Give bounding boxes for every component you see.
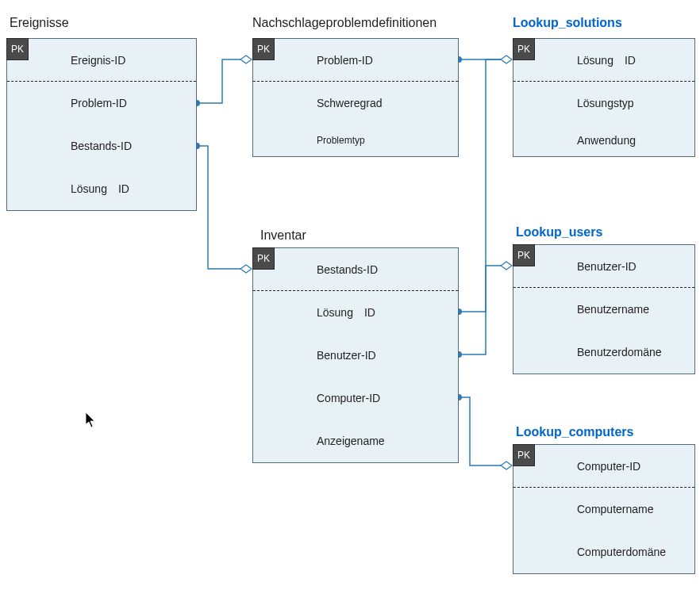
entity-title-lookup-users[interactable]: Lookup_users: [516, 225, 602, 239]
field-label: Computer-ID: [577, 460, 640, 473]
field-label: Lösung ID: [577, 54, 636, 67]
entity-title-lookup-computers[interactable]: Lookup_computers: [516, 425, 633, 439]
field-label: Problem-ID: [317, 54, 373, 67]
field-label: Computer-ID: [317, 392, 380, 404]
field-label: Computername: [577, 503, 654, 515]
svg-marker-1: [240, 56, 252, 63]
entity-title-inventar: Inventar: [260, 228, 306, 243]
cursor-icon: [86, 412, 97, 428]
entity-nachschlage[interactable]: PK Problem-ID Schweregrad Problemtyp: [252, 38, 459, 157]
entity-title-nachschlage: Nachschlageproblemdefinitionen: [252, 16, 437, 30]
entity-ereignisse[interactable]: PK Ereignis-ID Problem-ID Bestands-ID Lö…: [6, 38, 197, 211]
field-row: Computer-ID: [253, 377, 458, 420]
field-row: PK Computer-ID: [513, 445, 694, 488]
pk-badge: PK: [513, 444, 535, 466]
entity-inventar[interactable]: PK Bestands-ID Lösung ID Benutzer-ID Com…: [252, 247, 459, 463]
field-label: Problemtyp: [317, 135, 365, 146]
svg-marker-8: [501, 262, 512, 270]
entity-lookup-users[interactable]: PK Benutzer-ID Benutzername Benutzerdomä…: [513, 244, 695, 374]
svg-marker-5: [501, 56, 512, 63]
pk-badge: PK: [513, 38, 535, 60]
field-row: PK Problem-ID: [253, 39, 458, 82]
pk-badge: PK: [6, 38, 29, 60]
field-row: PK Lösung ID: [513, 39, 694, 82]
entity-title-ereignisse: Ereignisse: [10, 16, 69, 30]
pk-badge: PK: [252, 38, 275, 60]
field-row: Anwendung: [513, 125, 694, 156]
entity-lookup-computers[interactable]: PK Computer-ID Computername Computerdomä…: [513, 444, 695, 574]
field-row: PK Ereignis-ID: [7, 39, 196, 82]
field-label: Anzeigename: [317, 435, 385, 447]
field-row: Bestands-ID: [7, 125, 196, 167]
field-label: Bestands-ID: [71, 140, 132, 152]
field-row: Benutzername: [513, 288, 694, 331]
field-label: Computerdomäne: [577, 546, 666, 558]
field-row: Computerdomäne: [513, 531, 694, 573]
field-row: Schweregrad: [253, 82, 458, 125]
field-row: Anzeigename: [253, 420, 458, 462]
field-label: Benutzerdomäne: [577, 346, 662, 358]
entity-lookup-solutions[interactable]: PK Lösung ID Lösungstyp Anwendung: [513, 38, 695, 157]
field-label: Anwendung: [577, 134, 636, 147]
field-label: Benutzer-ID: [317, 349, 376, 362]
field-row: PK Bestands-ID: [253, 248, 458, 291]
field-label: Bestands-ID: [317, 263, 378, 276]
field-label: Problem-ID: [71, 97, 127, 109]
field-row: Benutzer-ID: [253, 334, 458, 377]
field-label: Ereignis-ID: [71, 54, 125, 67]
field-row: Lösungstyp: [513, 82, 694, 125]
field-row: Problemtyp: [253, 125, 458, 156]
field-label: Lösungstyp: [577, 97, 634, 109]
pk-badge: PK: [513, 244, 535, 266]
field-row: Problem-ID: [7, 82, 196, 125]
field-label: Schweregrad: [317, 97, 383, 109]
field-row: Lösung ID: [7, 167, 196, 210]
entity-title-lookup-solutions[interactable]: Lookup_solutions: [513, 16, 622, 30]
field-row: Computername: [513, 488, 694, 531]
pk-badge: PK: [252, 247, 275, 270]
field-label: Lösung ID: [71, 182, 129, 195]
field-row: PK Benutzer-ID: [513, 245, 694, 288]
field-row: Benutzerdomäne: [513, 331, 694, 374]
svg-marker-10: [501, 462, 512, 469]
field-label: Lösung ID: [317, 306, 375, 319]
field-label: Benutzername: [577, 303, 649, 316]
field-row: Lösung ID: [253, 291, 458, 334]
field-label: Benutzer-ID: [577, 260, 637, 273]
svg-marker-3: [240, 265, 252, 273]
